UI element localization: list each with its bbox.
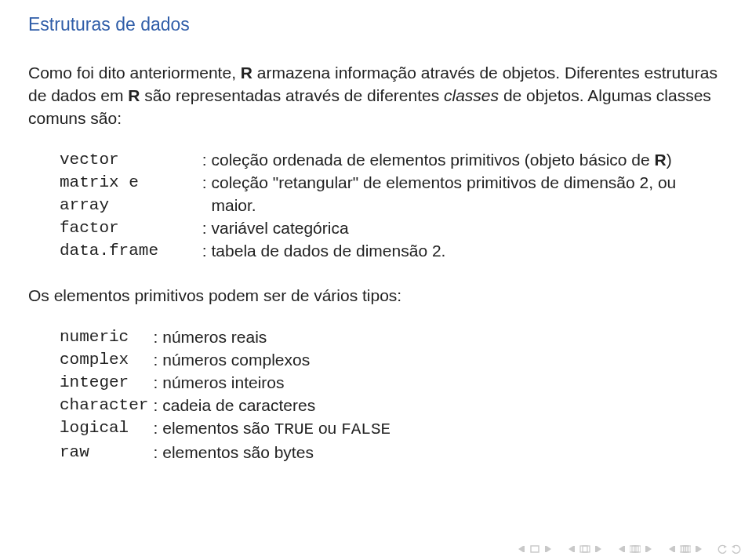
type-desc: números reais [162,326,395,349]
table-row: character : cadeia de caracteres [60,395,395,417]
svg-marker-24 [697,546,702,552]
frame-next-icon[interactable] [592,544,603,554]
svg-rect-23 [685,546,691,552]
nav-undo-redo-group [717,544,741,554]
types-intro: Os elementos primitivos podem ser de vár… [28,285,724,307]
svg-rect-10 [595,546,597,552]
svg-rect-20 [680,546,685,552]
subsection-next-icon[interactable] [692,544,703,554]
svg-marker-18 [669,546,674,552]
class-name: data.frame [60,240,202,263]
svg-marker-0 [518,546,523,552]
undo-icon[interactable] [717,544,728,554]
separator: : [202,149,212,172]
type-name: complex [60,349,153,372]
svg-marker-11 [619,546,623,552]
svg-marker-16 [647,546,652,552]
separator: : [153,442,162,464]
class-desc: variável categórica [212,217,724,240]
section-next-icon[interactable] [642,544,653,554]
frame-box-icon[interactable] [579,544,590,554]
svg-rect-2 [531,546,539,552]
slide-prev-icon[interactable] [517,544,528,554]
subsection-box-icon[interactable] [680,544,691,554]
separator: : [202,240,212,263]
slide-next-icon[interactable] [542,544,553,554]
svg-marker-5 [569,546,573,552]
separator: : [153,372,162,395]
table-row: factor : variável categórica [60,217,724,240]
type-name: logical [60,417,153,442]
table-row: matrix e array : coleção "retangular" de… [60,172,724,217]
svg-rect-14 [632,546,638,552]
class-name: vector [60,149,202,172]
tt-true: TRUE [274,420,314,438]
section-prev-icon[interactable] [617,544,628,554]
classes-italic: classes [444,86,499,104]
text: ou [314,419,341,437]
table-row: numeric : números reais [60,326,395,349]
type-desc: elementos são TRUE ou FALSE [162,417,395,442]
type-name: integer [60,372,153,395]
text: Como foi dito anteriormente, [28,64,241,82]
table-row: raw : elementos são bytes [60,442,395,464]
svg-marker-26 [724,545,727,548]
r-bold: R [655,151,667,169]
table-row: data.frame : tabela de dados de dimensão… [60,240,724,263]
separator: : [153,326,162,349]
separator: : [153,395,162,417]
subsection-prev-icon[interactable] [667,544,678,554]
type-desc: números complexos [162,349,395,372]
separator: : [202,217,212,240]
nav-frame-group [567,544,603,554]
slide-title: Estruturas de dados [28,14,724,35]
type-desc: cadeia de caracteres [162,395,395,417]
nav-subsection-group [667,544,703,554]
r-bold: R [241,64,252,82]
class-desc: tabela de dados de dimensão 2. [212,240,724,263]
svg-rect-25 [696,546,697,552]
separator: : [153,349,162,372]
nav-slide-group [517,544,553,554]
beamer-nav-bar [517,544,741,554]
type-desc: números inteiros [162,372,395,395]
type-name: character [60,395,153,417]
slide-box-icon[interactable] [529,544,540,554]
text: elementos são [162,419,274,437]
svg-rect-21 [681,546,687,552]
svg-rect-7 [580,546,587,552]
tt-false: FALSE [341,420,391,438]
classes-table: vector : coleção ordenada de elementos p… [60,149,724,263]
types-table: numeric : números reais complex : número… [60,326,395,464]
class-name: factor [60,217,202,240]
nav-section-group [617,544,653,554]
svg-marker-27 [732,545,735,548]
svg-marker-3 [547,546,551,552]
redo-icon[interactable] [730,544,741,554]
r-bold: R [128,86,140,104]
type-name: raw [60,442,153,464]
text: coleção ordenada de elementos primitivos… [212,151,655,169]
table-row: logical : elementos são TRUE ou FALSE [60,417,395,442]
svg-marker-9 [597,546,601,552]
table-row: integer : números inteiros [60,372,395,395]
svg-rect-6 [573,546,575,552]
type-desc: elementos são bytes [162,442,395,464]
table-row: complex : números complexos [60,349,395,372]
separator: : [202,172,212,217]
svg-rect-1 [523,546,525,552]
svg-rect-15 [634,546,641,552]
class-name: matrix e array [60,172,202,217]
text: são representadas através de diferentes [140,86,444,104]
svg-rect-19 [674,546,675,552]
intro-paragraph: Como foi dito anteriormente, R armazena … [28,62,724,130]
type-name: numeric [60,326,153,349]
frame-prev-icon[interactable] [567,544,578,554]
text: ) [667,151,672,169]
svg-rect-12 [623,546,625,552]
svg-rect-8 [583,546,590,552]
svg-rect-4 [545,546,547,552]
section-box-icon[interactable] [630,544,641,554]
svg-rect-22 [684,546,689,552]
class-desc: coleção "retangular" de elementos primit… [212,172,724,217]
